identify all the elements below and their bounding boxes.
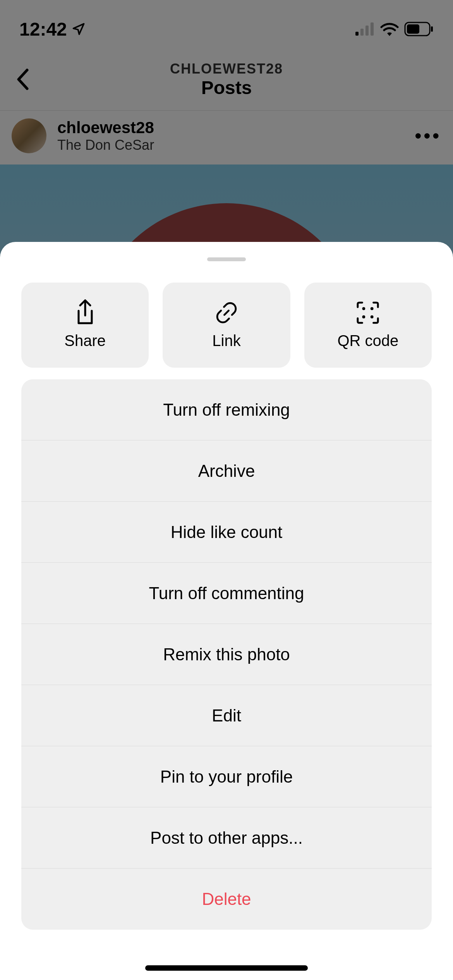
menu-item-archive[interactable]: Archive bbox=[21, 440, 432, 502]
qr-code-label: QR code bbox=[337, 332, 398, 350]
qr-code-button[interactable]: QR code bbox=[304, 283, 432, 368]
link-label: Link bbox=[212, 332, 240, 350]
svg-point-8 bbox=[371, 307, 374, 310]
menu-item-delete[interactable]: Delete bbox=[21, 869, 432, 930]
menu-item-post-to-other-apps[interactable]: Post to other apps... bbox=[21, 807, 432, 869]
menu-item-remix-this-photo[interactable]: Remix this photo bbox=[21, 624, 432, 685]
menu-item-turn-off-commenting[interactable]: Turn off commenting bbox=[21, 563, 432, 624]
menu-item-hide-like-count[interactable]: Hide like count bbox=[21, 502, 432, 563]
qr-code-icon bbox=[356, 301, 379, 324]
menu-item-edit[interactable]: Edit bbox=[21, 685, 432, 746]
sheet-handle[interactable] bbox=[207, 257, 246, 261]
share-icon bbox=[74, 301, 97, 324]
share-button[interactable]: Share bbox=[21, 283, 149, 368]
svg-point-9 bbox=[362, 315, 365, 318]
action-sheet: Share Link bbox=[0, 242, 453, 980]
svg-point-7 bbox=[362, 307, 365, 310]
svg-point-10 bbox=[371, 315, 374, 318]
menu-item-turn-off-remixing[interactable]: Turn off remixing bbox=[21, 379, 432, 440]
link-button[interactable]: Link bbox=[163, 283, 290, 368]
share-label: Share bbox=[64, 332, 106, 350]
link-icon bbox=[215, 301, 238, 324]
home-indicator[interactable] bbox=[145, 965, 308, 971]
menu-list: Turn off remixing Archive Hide like coun… bbox=[21, 379, 432, 930]
menu-item-pin-to-your-profile[interactable]: Pin to your profile bbox=[21, 746, 432, 807]
top-actions-row: Share Link bbox=[0, 283, 453, 368]
